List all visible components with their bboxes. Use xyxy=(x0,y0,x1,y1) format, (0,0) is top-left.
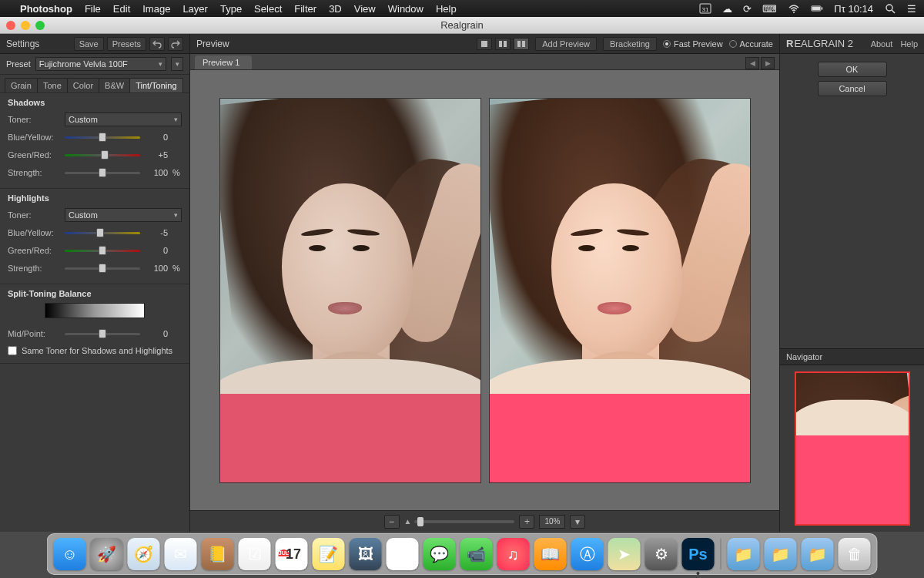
app-body: Settings Save Presets Preset Fujichrome … xyxy=(0,34,924,532)
preview-image-before[interactable] xyxy=(219,98,481,483)
shadows-strength-slider[interactable] xyxy=(65,168,140,177)
minimize-button[interactable] xyxy=(21,21,30,30)
tab-tint-toning[interactable]: Tint/Toning xyxy=(129,78,182,92)
zoom-thumb[interactable] xyxy=(417,517,424,526)
highlights-by-value: -5 xyxy=(145,228,168,237)
date-icon[interactable]: 31 xyxy=(699,3,711,14)
cloud-icon[interactable]: ☁ xyxy=(722,3,732,15)
menu-help[interactable]: Help xyxy=(436,3,457,15)
dock-trash-icon[interactable]: 🗑 xyxy=(839,538,871,570)
dock-launchpad-icon[interactable]: 🚀 xyxy=(91,538,123,570)
preset-dropdown-button[interactable]: ▾ xyxy=(171,57,183,71)
bracketing-button[interactable]: Bracketing xyxy=(603,37,657,51)
menu-type[interactable]: Type xyxy=(220,3,242,15)
zoom-value[interactable]: 10% xyxy=(539,515,565,529)
shadows-by-slider[interactable] xyxy=(65,133,140,142)
menubar-clock[interactable]: Πτ 10:14 xyxy=(834,3,873,15)
balance-swatches[interactable] xyxy=(45,303,145,318)
tab-bw[interactable]: B&W xyxy=(99,78,130,92)
preview-image-after[interactable] xyxy=(489,98,751,483)
menu-extras-icon[interactable]: ☰ xyxy=(907,3,916,15)
preview-tab-1[interactable]: Preview 1 xyxy=(195,55,252,69)
zoom-dropdown-button[interactable]: ▾ xyxy=(570,515,585,529)
input-icon[interactable]: ⌨ xyxy=(762,3,777,15)
realgrain-window: Realgrain Settings Save Presets Preset F… xyxy=(0,17,924,532)
dock-finder-icon[interactable]: ☺ xyxy=(54,538,86,570)
menu-image[interactable]: Image xyxy=(142,3,170,15)
macos-dock: ☺🚀🧭✉📒☑JUL17📝🖼✿💬📹♫📖Ⓐ➤⚙Ps📁📁📁🗑 xyxy=(47,533,878,575)
midpoint-slider[interactable] xyxy=(65,329,140,338)
dock-appstore-icon[interactable]: Ⓐ xyxy=(571,538,604,570)
tab-tone[interactable]: Tone xyxy=(37,78,68,92)
help-link[interactable]: Help xyxy=(900,39,918,49)
menu-filter[interactable]: Filter xyxy=(294,3,316,15)
tab-color[interactable]: Color xyxy=(67,78,99,92)
dock-itunes-icon[interactable]: ♫ xyxy=(497,538,530,570)
menu-view[interactable]: View xyxy=(354,3,376,15)
cancel-button[interactable]: Cancel xyxy=(818,81,887,96)
shadows-toner-select[interactable]: Custom xyxy=(65,113,182,126)
dock-contacts-icon[interactable]: 📒 xyxy=(202,538,234,570)
preset-select[interactable]: Fujichrome Velvla 100F xyxy=(35,57,166,71)
accurate-radio[interactable]: Accurate xyxy=(729,39,773,49)
close-button[interactable] xyxy=(6,21,15,30)
ok-button[interactable]: OK xyxy=(818,62,887,77)
maximize-button[interactable] xyxy=(35,21,45,30)
wifi-icon[interactable] xyxy=(788,3,800,14)
prev-tab-button[interactable]: ◀ xyxy=(745,57,759,69)
view-split-h-icon[interactable] xyxy=(495,38,511,50)
highlights-strength-slider[interactable] xyxy=(65,264,140,273)
highlights-by-slider[interactable] xyxy=(65,228,140,237)
dock-mail-icon[interactable]: ✉ xyxy=(165,538,197,570)
menu-select[interactable]: Select xyxy=(254,3,282,15)
menu-layer[interactable]: Layer xyxy=(182,3,208,15)
view-single-icon[interactable] xyxy=(477,38,492,50)
menu-edit[interactable]: Edit xyxy=(113,3,130,15)
dock-calendar-icon[interactable]: JUL17 xyxy=(276,538,308,570)
dock-sysprefs-icon[interactable]: ⚙ xyxy=(645,538,678,570)
dock-photos-icon[interactable]: ✿ xyxy=(387,538,419,570)
menu-file[interactable]: File xyxy=(85,3,101,15)
sync-icon[interactable]: ⟳ xyxy=(743,3,752,15)
dock-photoshop-icon[interactable]: Ps xyxy=(682,538,715,570)
dock-messages-icon[interactable]: 💬 xyxy=(424,538,456,570)
dock-notes-icon[interactable]: 📝 xyxy=(313,538,345,570)
dock-ibooks-icon[interactable]: 📖 xyxy=(534,538,567,570)
presets-button[interactable]: Presets xyxy=(107,37,146,51)
midpoint-label: Mid/Point: xyxy=(8,329,60,338)
view-split-v-icon[interactable] xyxy=(514,38,529,50)
dock-safari-icon[interactable]: 🧭 xyxy=(128,538,160,570)
redo-button[interactable] xyxy=(168,37,183,51)
next-tab-button[interactable]: ▶ xyxy=(761,57,775,69)
dock-reminders-icon[interactable]: ☑ xyxy=(239,538,271,570)
dock-documents-icon[interactable]: 📁 xyxy=(765,538,797,570)
menu-3d[interactable]: 3D xyxy=(329,3,342,15)
navigator-thumbnail[interactable] xyxy=(795,371,910,526)
zoom-out-button[interactable]: − xyxy=(384,515,400,529)
menu-window[interactable]: Window xyxy=(388,3,424,15)
highlights-toner-select[interactable]: Custom xyxy=(65,208,182,222)
battery-icon[interactable] xyxy=(811,3,823,14)
highlights-gr-slider[interactable] xyxy=(65,246,140,255)
spotlight-icon[interactable] xyxy=(884,3,896,14)
add-preview-button[interactable]: Add Preview xyxy=(535,37,597,51)
dock-facetime-icon[interactable]: 📹 xyxy=(460,538,493,570)
undo-button[interactable] xyxy=(149,37,165,51)
dock-folder-1-icon[interactable]: 📁 xyxy=(728,538,760,570)
preview-area xyxy=(190,70,779,510)
same-toner-checkbox[interactable] xyxy=(8,346,17,355)
dock-maps-icon[interactable]: ➤ xyxy=(608,538,641,570)
zoom-slider[interactable] xyxy=(414,520,514,523)
menubar-app-name[interactable]: Photoshop xyxy=(20,3,72,15)
svg-point-2 xyxy=(793,12,795,13)
save-button[interactable]: Save xyxy=(74,37,104,51)
about-link[interactable]: About xyxy=(871,39,893,49)
fast-preview-radio[interactable]: Fast Preview xyxy=(663,39,723,49)
dock-downloads-icon[interactable]: 📁 xyxy=(802,538,834,570)
zoom-in-button[interactable]: + xyxy=(519,515,534,529)
shadows-gr-slider[interactable] xyxy=(65,150,140,160)
same-toner-row[interactable]: Same Toner for Shadows and Highlights xyxy=(8,346,182,355)
preview-tab-nav: ◀ ▶ xyxy=(745,57,775,69)
dock-preview-icon[interactable]: 🖼 xyxy=(350,538,382,570)
tab-grain[interactable]: Grain xyxy=(5,78,38,92)
